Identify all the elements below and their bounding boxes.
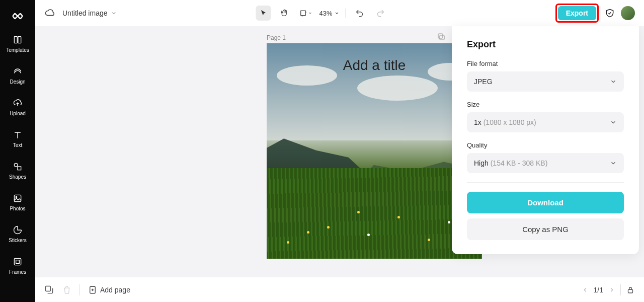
crop-tool-button[interactable] xyxy=(298,6,313,21)
separator xyxy=(346,9,346,18)
add-page-label: Add page xyxy=(100,286,130,294)
sidebar-label: Upload xyxy=(10,111,26,116)
chevron-down-icon xyxy=(335,11,340,16)
file-format-value: JPEG xyxy=(474,78,493,86)
svg-rect-3 xyxy=(18,167,21,170)
zoom-control[interactable]: 43% xyxy=(319,10,339,17)
sidebar-label: Text xyxy=(13,142,22,148)
size-detail: (1080 x 1080 px) xyxy=(484,118,536,126)
page-options-icon[interactable] xyxy=(437,32,446,41)
svg-rect-0 xyxy=(14,36,17,43)
sidebar-item-photos[interactable]: Photos xyxy=(0,191,35,213)
size-select[interactable]: 1x (1080 x 1080 px) xyxy=(467,112,624,132)
prev-page-button[interactable] xyxy=(582,286,589,293)
app-logo-icon xyxy=(11,9,25,23)
size-label: Size xyxy=(467,101,624,108)
next-page-button[interactable] xyxy=(608,286,615,293)
sidebar-item-design[interactable]: Design xyxy=(0,64,35,87)
sidebar-item-upload[interactable]: Upload xyxy=(0,96,35,118)
sidebar-item-text[interactable]: Text xyxy=(0,127,35,150)
sidebar-label: Frames xyxy=(9,269,26,275)
svg-rect-9 xyxy=(438,34,443,38)
svg-rect-10 xyxy=(440,35,444,40)
file-format-select[interactable]: JPEG xyxy=(467,71,624,92)
svg-rect-6 xyxy=(14,258,21,265)
separator xyxy=(620,284,621,295)
page-label: Page 1 xyxy=(267,34,286,41)
chevron-down-icon xyxy=(610,119,617,126)
upload-icon xyxy=(12,98,23,109)
copy-as-png-button[interactable]: Copy as PNG xyxy=(467,218,624,240)
quality-detail: (154 KB - 308 KB) xyxy=(491,159,548,167)
templates-icon xyxy=(12,34,23,45)
svg-rect-1 xyxy=(18,36,21,43)
sidebar-label: Photos xyxy=(10,206,25,211)
quality-select[interactable]: High (154 KB - 308 KB) xyxy=(467,153,624,173)
export-button-highlight: Export xyxy=(555,4,599,23)
page-indicator: 1/1 xyxy=(594,286,603,294)
svg-point-5 xyxy=(16,196,17,198)
redo-button[interactable] xyxy=(373,6,388,21)
zoom-value: 43% xyxy=(319,10,332,17)
frames-icon xyxy=(12,256,23,267)
chevron-down-icon xyxy=(610,78,617,85)
quality-label: Quality xyxy=(467,141,624,149)
svg-point-2 xyxy=(14,163,18,167)
sidebar-item-frames[interactable]: Frames xyxy=(0,254,35,277)
sidebar-label: Stickers xyxy=(9,238,27,243)
stickers-icon xyxy=(12,224,23,236)
add-page-icon xyxy=(88,285,97,294)
quality-value: High xyxy=(474,159,489,167)
center-toolbar: 43% xyxy=(256,6,388,21)
sidebar-label: Shapes xyxy=(9,174,26,180)
layers-icon[interactable] xyxy=(44,285,54,295)
user-avatar[interactable] xyxy=(621,6,635,20)
left-sidebar: Templates Design Upload Text Shapes Phot… xyxy=(0,0,35,302)
svg-rect-13 xyxy=(628,289,633,293)
cursor-tool-button[interactable] xyxy=(256,6,271,21)
download-button[interactable]: Download xyxy=(467,192,624,213)
design-icon xyxy=(12,66,23,77)
document-title[interactable]: Untitled image xyxy=(62,9,117,17)
trash-icon[interactable] xyxy=(62,285,71,294)
export-button[interactable]: Export xyxy=(558,6,596,20)
chevron-down-icon xyxy=(610,160,617,167)
photos-icon xyxy=(12,193,23,204)
separator xyxy=(79,284,80,295)
sidebar-item-stickers[interactable]: Stickers xyxy=(0,222,35,245)
size-value: 1x xyxy=(474,118,481,126)
top-bar: Untitled image 43% Export xyxy=(35,0,644,26)
file-format-label: File format xyxy=(467,60,624,67)
hand-tool-button[interactable] xyxy=(277,6,292,21)
sidebar-item-templates[interactable]: Templates xyxy=(0,32,35,55)
divider xyxy=(467,182,624,183)
document-title-text: Untitled image xyxy=(62,9,108,17)
shapes-icon xyxy=(12,161,23,172)
lock-icon[interactable] xyxy=(626,285,635,294)
text-icon xyxy=(12,129,23,140)
canvas-title-placeholder[interactable]: Add a title xyxy=(267,57,482,73)
sidebar-label: Templates xyxy=(6,47,29,53)
export-heading: Export xyxy=(467,39,624,50)
svg-rect-8 xyxy=(301,11,305,15)
svg-rect-4 xyxy=(14,195,21,201)
page-navigation: 1/1 xyxy=(582,284,635,295)
add-page-button[interactable]: Add page xyxy=(88,285,130,294)
cloud-save-icon[interactable] xyxy=(44,8,55,19)
sidebar-item-shapes[interactable]: Shapes xyxy=(0,159,35,182)
sidebar-label: Design xyxy=(10,79,25,85)
bottom-bar: Add page 1/1 xyxy=(35,277,644,302)
chevron-down-icon xyxy=(111,10,117,16)
undo-button[interactable] xyxy=(352,6,367,21)
right-toolbar: Export xyxy=(555,4,635,23)
shield-icon[interactable] xyxy=(605,8,615,18)
svg-rect-11 xyxy=(46,286,51,291)
export-panel: Export File format JPEG Size 1x (1080 x … xyxy=(452,26,639,254)
canvas-image[interactable]: Add a title xyxy=(267,43,482,259)
svg-rect-7 xyxy=(16,260,20,264)
